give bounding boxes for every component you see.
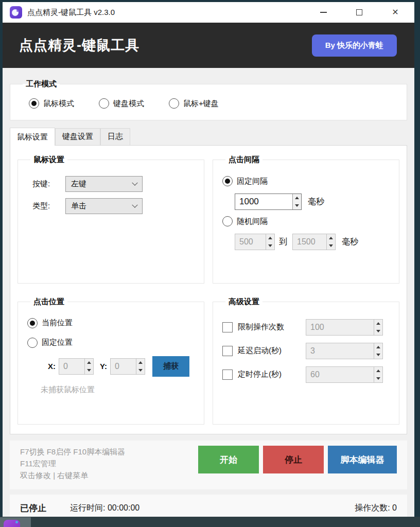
click-type-value: 单击	[71, 201, 133, 211]
limit-count-checkbox[interactable]	[222, 322, 233, 332]
spinner-down-button[interactable]	[136, 366, 145, 374]
spinner-up-button[interactable]	[136, 359, 145, 366]
spinner-up-button[interactable]	[327, 234, 335, 242]
script-editor-button[interactable]: 脚本编辑器	[328, 446, 397, 473]
minimize-icon	[320, 12, 327, 13]
click-interval-legend: 点击间隔	[225, 155, 262, 165]
spinner-down-button[interactable]	[374, 375, 382, 382]
fixed-interval-option[interactable]: 固定间隔	[222, 176, 391, 186]
y-spinner[interactable]: 0	[110, 358, 145, 375]
random-interval-option[interactable]: 随机间隔	[222, 216, 391, 226]
x-value[interactable]: 0	[59, 359, 84, 374]
spinner-up-button[interactable]	[374, 343, 382, 351]
y-value[interactable]: 0	[111, 359, 136, 374]
spinner-buttons	[374, 367, 382, 382]
arrow-down-icon	[376, 330, 380, 332]
current-position-label: 当前位置	[42, 318, 73, 328]
taskbar-app-icon[interactable]	[4, 520, 20, 527]
maximize-button[interactable]	[347, 5, 371, 20]
desktop-patch	[0, 517, 31, 527]
work-mode-legend: 工作模式	[23, 79, 60, 89]
current-position-radio[interactable]	[27, 318, 38, 328]
delay-start-checkbox[interactable]	[222, 346, 233, 356]
fixed-interval-spinner[interactable]: 1000	[235, 194, 302, 210]
work-mode-group: 工作模式 鼠标模式 键盘模式 鼠标+键盘	[10, 79, 407, 120]
status-state: 已停止	[20, 502, 46, 514]
spinner-up-button[interactable]	[85, 359, 93, 366]
random-max-spinner[interactable]: 1500	[292, 234, 336, 250]
app-header: 点点精灵-键鼠工具 By 快乐的小青蛙	[3, 23, 414, 68]
work-mode-options: 鼠标模式 键盘模式 鼠标+键盘	[19, 94, 398, 109]
timed-stop-checkbox[interactable]	[222, 370, 233, 380]
stop-button[interactable]: 停止	[263, 446, 324, 473]
fixed-position-radio[interactable]	[27, 338, 38, 348]
spinner-down-button[interactable]	[266, 242, 274, 250]
timed-stop-spinner[interactable]: 60	[306, 366, 383, 383]
app-title: 点点精灵-键鼠工具	[19, 36, 139, 55]
hotkey-line-3: 双击修改 | 右键菜单	[20, 469, 125, 481]
y-label: Y:	[100, 362, 107, 371]
limit-count-value[interactable]: 100	[306, 320, 374, 335]
spinner-up-button[interactable]	[266, 234, 274, 242]
spinner-up-button[interactable]	[374, 320, 382, 327]
random-min-value[interactable]: 500	[235, 234, 266, 250]
tab-bar: 鼠标设置 键盘设置 日志	[10, 128, 407, 145]
capture-button[interactable]: 捕获	[152, 356, 189, 377]
coordinates-row: X: 0 Y: 0	[48, 356, 196, 377]
delay-start-label: 延迟启动(秒)	[238, 346, 306, 356]
spinner-up-button[interactable]	[293, 194, 301, 202]
random-interval-radio[interactable]	[222, 216, 233, 226]
status-runtime: 运行时间: 00:00:00	[70, 503, 139, 514]
spinner-down-button[interactable]	[327, 242, 335, 250]
mode-mouse-radio[interactable]	[29, 98, 39, 109]
advanced-settings-legend: 高级设置	[225, 297, 262, 307]
arrow-up-icon	[87, 361, 91, 364]
capture-hint: 未捕获鼠标位置	[41, 385, 196, 395]
random-min-spinner[interactable]: 500	[235, 234, 275, 250]
mode-both-option[interactable]: 鼠标+键盘	[169, 98, 219, 109]
mode-keyboard-option[interactable]: 键盘模式	[99, 98, 144, 109]
click-type-select[interactable]: 单击	[65, 198, 143, 214]
start-button[interactable]: 开始	[198, 446, 259, 473]
hotkey-help: F7切换 F8启停 F10脚本编辑器 F11宏管理 双击修改 | 右键菜单	[20, 446, 125, 481]
click-position-legend: 点击位置	[30, 297, 67, 307]
tab-mouse-settings[interactable]: 鼠标设置	[10, 128, 55, 146]
tab-log[interactable]: 日志	[100, 128, 130, 145]
random-max-value[interactable]: 1500	[293, 234, 326, 250]
fixed-interval-value[interactable]: 1000	[235, 194, 292, 209]
fixed-interval-radio[interactable]	[222, 176, 233, 186]
tab-keyboard-settings[interactable]: 键盘设置	[55, 128, 100, 145]
mode-keyboard-radio[interactable]	[99, 98, 109, 109]
chevron-down-icon	[132, 180, 137, 185]
hotkey-line-2: F11宏管理	[20, 458, 125, 469]
mode-mouse-option[interactable]: 鼠标模式	[29, 98, 74, 109]
spinner-down-button[interactable]	[374, 351, 382, 359]
spinner-down-button[interactable]	[85, 366, 93, 374]
spinner-down-button[interactable]	[293, 202, 301, 209]
timed-stop-value[interactable]: 60	[306, 367, 374, 382]
minimize-button[interactable]	[311, 5, 335, 20]
main-content: 工作模式 鼠标模式 键盘模式 鼠标+键盘 鼠标设置 键盘设置 日志	[3, 68, 414, 521]
random-interval-row: 500 到 1500 毫秒	[235, 234, 391, 250]
delay-start-spinner[interactable]: 3	[306, 343, 383, 359]
spinner-buttons	[136, 359, 145, 374]
mouse-button-select[interactable]: 左键	[65, 176, 143, 192]
maximize-icon	[356, 9, 362, 15]
spinner-up-button[interactable]	[374, 367, 382, 375]
chevron-down-icon	[132, 202, 137, 207]
arrow-down-icon	[87, 369, 91, 372]
mode-both-radio[interactable]	[169, 98, 179, 109]
close-button[interactable]: ✕	[383, 5, 407, 20]
close-icon: ✕	[392, 8, 398, 16]
delay-start-value[interactable]: 3	[306, 343, 374, 359]
x-spinner[interactable]: 0	[59, 358, 94, 375]
spinner-down-button[interactable]	[374, 327, 382, 335]
fixed-position-option[interactable]: 固定位置	[27, 338, 196, 348]
spinner-buttons	[266, 234, 274, 250]
advanced-settings-group: 高级设置 限制操作次数 100 延迟启动(秒)	[213, 297, 399, 425]
current-position-option[interactable]: 当前位置	[27, 318, 196, 328]
spinner-buttons	[374, 343, 382, 359]
fixed-interval-unit: 毫秒	[308, 197, 324, 207]
hotkey-line-1: F7切换 F8启停 F10脚本编辑器	[20, 446, 125, 458]
limit-count-spinner[interactable]: 100	[306, 319, 383, 336]
